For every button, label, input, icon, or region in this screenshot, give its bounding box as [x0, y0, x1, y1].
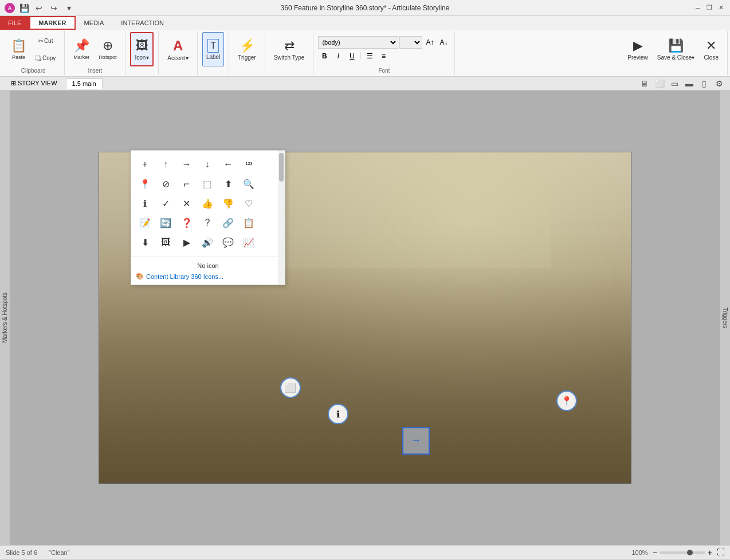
zoom-minus-button[interactable]: − [653, 548, 657, 557]
zoom-slider[interactable] [660, 551, 705, 554]
phone-portrait-view-button[interactable]: ▯ [698, 77, 711, 90]
scissors-icon: ✂ [38, 38, 43, 44]
font-increase-button[interactable]: A↑ [423, 36, 436, 49]
icon-check[interactable]: ✓ [156, 194, 175, 212]
paste-button[interactable]: 📋 Paste [7, 32, 30, 66]
icon-audio[interactable]: 🔊 [198, 233, 217, 251]
list2-button[interactable]: ≡ [377, 50, 390, 62]
save-button[interactable]: 💾 [18, 2, 30, 14]
copy-icon: ⿻ [36, 55, 41, 61]
monitor-view-button[interactable]: 🖥 [638, 77, 651, 90]
icon-dropdown-footer: No icon 🎨 Content Library 360 Icons... [131, 256, 285, 285]
underline-button[interactable]: U [346, 50, 358, 62]
label-button[interactable]: T Label [202, 32, 224, 66]
tab-file[interactable]: FILE [0, 16, 29, 30]
copy-button[interactable]: ⿻ Copy [32, 50, 60, 66]
icon-play[interactable]: ▶ [178, 233, 196, 251]
minimize-button[interactable]: ─ [693, 3, 702, 13]
marker-pin[interactable]: 📍 [556, 391, 577, 411]
icon-corner[interactable]: ⌐ [178, 175, 196, 193]
status-bar: Slide 5 of 6 "Clean" 100% − + ⛶ [0, 545, 730, 559]
font-row-2: B I U ☰ ≡ [318, 50, 450, 62]
icon-info[interactable]: ℹ [136, 194, 154, 212]
undo-button[interactable]: ↩ [33, 2, 45, 14]
trigger-button[interactable]: ⚡ Trigger [234, 32, 260, 66]
icon-button[interactable]: 🖼 Icon ▾ [130, 32, 154, 66]
tab-marker[interactable]: MARKER [29, 16, 75, 30]
settings-view-button[interactable]: ⚙ [713, 77, 725, 90]
spacer2 [261, 175, 268, 193]
slide-area[interactable]: ⬜ ℹ 📍 → + ↑ [10, 90, 720, 545]
bold-button[interactable]: B [318, 50, 331, 62]
icon-location[interactable]: 📍 [136, 175, 154, 193]
marker-selected[interactable]: → [402, 427, 430, 455]
icon-question-circle[interactable]: ❓ [178, 214, 196, 232]
accent-group: A Accent ▾ [159, 31, 198, 75]
marker-button[interactable]: 📌 Marker [69, 32, 93, 66]
icon-image[interactable]: 🖼 [156, 233, 175, 251]
icon-square-frame[interactable]: ⬚ [198, 175, 217, 193]
icon-numbers[interactable]: ¹²³ [240, 155, 258, 173]
icon-arrow-right[interactable]: → [178, 155, 196, 173]
italic-button[interactable]: I [332, 50, 344, 62]
icon-thumbs-down[interactable]: 👎 [219, 194, 237, 212]
icon-heart[interactable]: ♡ [240, 194, 258, 212]
save-close-button[interactable]: 💾 Save & Close▾ [653, 32, 699, 66]
scrollbar-thumb[interactable] [279, 153, 284, 182]
marker-icon: 📌 [74, 38, 89, 53]
status-right: 100% − + ⛶ [631, 548, 724, 557]
trigger-icon: ⚡ [240, 38, 255, 53]
icon-up-solid[interactable]: ⬆ [219, 175, 237, 193]
story-view-label: STORY VIEW [18, 80, 57, 86]
icon-comment[interactable]: 💬 [219, 233, 237, 251]
switch-type-button[interactable]: ⇄ Switch Type [270, 32, 309, 66]
close-ribbon-button[interactable]: ✕ Close [700, 32, 723, 66]
icon-plus[interactable]: + [136, 155, 154, 173]
tab-interaction[interactable]: INTERACTION [112, 16, 172, 30]
icon-refresh[interactable]: 🔄 [156, 214, 175, 232]
icon-download[interactable]: ⬇ [136, 233, 154, 251]
cut-button[interactable]: ✂ Cut [32, 33, 60, 49]
no-icon-button[interactable]: No icon [136, 260, 280, 271]
icon-search[interactable]: 🔍 [240, 175, 258, 193]
icon-chart[interactable]: 📈 [240, 233, 258, 251]
font-name-select[interactable]: (body) [318, 36, 398, 49]
close-button[interactable]: ✕ [716, 3, 725, 13]
font-decrease-button[interactable]: A↓ [437, 36, 450, 49]
icon-arrow-up[interactable]: ↑ [156, 155, 175, 173]
close-icon: ✕ [706, 38, 716, 53]
icon-dropdown-arrow: ▾ [146, 54, 149, 61]
hotspot-button[interactable]: ⊕ Hotspot [95, 32, 120, 66]
icon-question[interactable]: ? [198, 214, 217, 232]
tablet-portrait-view-button[interactable]: ▭ [668, 77, 681, 90]
restore-button[interactable]: ❐ [705, 3, 714, 13]
icon-arrow-left[interactable]: ← [219, 155, 237, 173]
story-view-tab[interactable]: ⊞ STORY VIEW [5, 78, 64, 89]
tab-media[interactable]: MEDIA [76, 16, 113, 30]
icon-x[interactable]: ✕ [178, 194, 196, 212]
clipboard-group-items: 📋 Paste ✂ Cut ⿻ Copy [7, 32, 60, 66]
content-library-link[interactable]: 🎨 Content Library 360 Icons... [136, 271, 280, 281]
icon-edit[interactable]: 📝 [136, 214, 154, 232]
font-group-label: Font [378, 68, 390, 74]
zoom-plus-button[interactable]: + [708, 548, 712, 557]
icon-group: 🖼 Icon ▾ [125, 31, 159, 75]
icon-arrow-down[interactable]: ↓ [198, 155, 217, 173]
main-tab[interactable]: 1.5 main [66, 78, 103, 89]
accent-button[interactable]: A Accent ▾ [163, 32, 193, 66]
font-size-select[interactable] [399, 36, 422, 49]
marker-square[interactable]: ⬜ [280, 377, 301, 398]
fit-slide-button[interactable]: ⛶ [717, 548, 724, 557]
icon-clipboard2[interactable]: 📋 [240, 214, 258, 232]
icon-no[interactable]: ⊘ [156, 175, 175, 193]
icon-thumbs-up[interactable]: 👍 [198, 194, 217, 212]
list1-button[interactable]: ☰ [363, 50, 376, 62]
marker-pin-icon: 📍 [561, 396, 572, 407]
marker-square-icon: ⬜ [285, 382, 296, 393]
redo-button[interactable]: ↪ [48, 2, 60, 14]
preview-button[interactable]: ▶ Preview [623, 32, 652, 66]
icon-link[interactable]: 🔗 [219, 214, 237, 232]
phone-landscape-view-button[interactable]: ▬ [683, 77, 696, 90]
tablet-landscape-view-button[interactable]: ⬜ [653, 77, 666, 90]
more-button[interactable]: ▾ [63, 2, 74, 14]
